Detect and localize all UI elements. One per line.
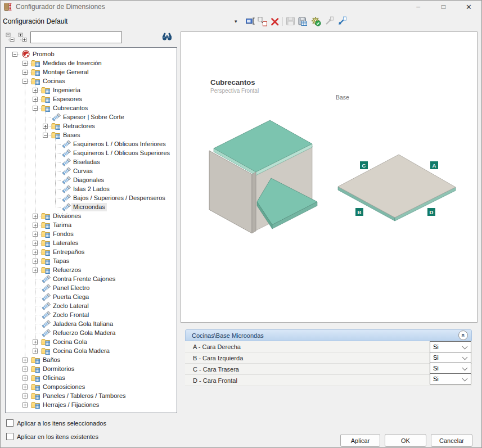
tree-item[interactable]: Entrepaños	[6, 247, 177, 256]
tree-item[interactable]: Tapas	[6, 256, 177, 265]
tree-item[interactable]: Puerta Ciega	[6, 292, 177, 301]
cara-izquierda-dropdown[interactable]: Si	[430, 352, 471, 363]
tree-item-label[interactable]: Dormitorios	[41, 365, 76, 373]
tree-item[interactable]: Fondos	[6, 229, 177, 238]
cara-derecha-dropdown[interactable]: Si	[430, 341, 471, 352]
tree-item-label[interactable]: Jaladera Gola Italiana	[51, 320, 115, 328]
collapse-panel-button[interactable]: «	[458, 331, 468, 340]
tree-item[interactable]: Islas 2 Lados	[6, 184, 177, 193]
expand-toggle-icon[interactable]	[33, 214, 38, 219]
tree-item-label[interactable]: Baños	[41, 356, 62, 364]
tree-item[interactable]: Retractores	[6, 121, 177, 130]
tree-item[interactable]: Biseladas	[6, 157, 177, 166]
minimize-button[interactable]: –	[406, 1, 431, 13]
expand-toggle-icon[interactable]	[33, 268, 38, 273]
tree-item[interactable]: Baños	[6, 355, 177, 364]
tree-item-label[interactable]: Bajos / Superiores / Despenseros	[71, 194, 167, 202]
tree-item-label[interactable]: Montaje General	[41, 68, 90, 76]
tree-item-label[interactable]: Islas 2 Lados	[71, 185, 111, 193]
expand-toggle-icon[interactable]	[33, 250, 38, 255]
tree-item[interactable]: Cocinas	[6, 76, 177, 85]
tree-item[interactable]: Zoclo Lateral	[6, 301, 177, 310]
collapse-toggle-icon[interactable]	[22, 79, 28, 84]
expand-toggle-icon[interactable]	[33, 241, 38, 246]
collapse-toggle-icon[interactable]	[43, 133, 48, 138]
tree-item[interactable]: Esquineros L / Oblicuos Inferiores	[6, 139, 177, 148]
tree-item-label[interactable]: Cocina Gola Madera	[51, 347, 111, 355]
apply-button[interactable]: Aplicar	[340, 434, 380, 447]
expand-toggle-icon[interactable]	[33, 97, 38, 102]
tree-item[interactable]: Jaladera Gola Italiana	[6, 319, 177, 328]
expand-toggle-icon[interactable]	[22, 358, 28, 363]
tree-item[interactable]: Refuerzo Gola Madera	[6, 328, 177, 337]
tree-item-label[interactable]: Refuerzo Gola Madera	[51, 329, 117, 337]
tree-item[interactable]: Cocina Gola	[6, 337, 177, 346]
import-arrow-icon[interactable]	[324, 16, 334, 26]
apply-existing-items-checkbox[interactable]	[6, 433, 13, 440]
tree-item[interactable]: Microondas	[6, 202, 177, 211]
tree-item-label[interactable]: Esquineros L / Oblicuos Inferiores	[71, 140, 168, 148]
tree-item-label[interactable]: Refuerzos	[51, 266, 83, 274]
check-configuration-icon[interactable]	[311, 16, 321, 26]
tree-item[interactable]: Contra Frente Cajones	[6, 274, 177, 283]
tree-item[interactable]: Bajos / Superiores / Despenseros	[6, 193, 177, 202]
tree-search-input[interactable]	[30, 31, 122, 43]
tree-item[interactable]: Cubrecantos	[6, 103, 177, 112]
tree-item-label[interactable]: Herrajes / Fijaciones	[41, 401, 101, 409]
tree-item[interactable]: Paneles / Tableros / Tambores	[6, 391, 177, 400]
tree-item-label[interactable]: Oficinas	[41, 374, 67, 382]
tree-item[interactable]: Tarima	[6, 220, 177, 229]
tree-item-label[interactable]: Medidas de Inserción	[41, 59, 103, 67]
tree-item-label[interactable]: Zoclo Frontal	[51, 311, 91, 319]
tree-item[interactable]: Espesores	[6, 94, 177, 103]
expand-toggle-icon[interactable]	[33, 88, 38, 93]
delete-configuration-icon[interactable]	[270, 16, 280, 26]
expand-toggle-icon[interactable]	[33, 349, 38, 354]
ok-button[interactable]: OK	[385, 434, 426, 447]
maximize-button[interactable]: □	[431, 1, 456, 13]
expand-toggle-icon[interactable]	[22, 384, 28, 390]
apply-selected-items-checkbox[interactable]	[6, 419, 13, 427]
export-arrow-icon[interactable]	[337, 16, 347, 26]
tree-item[interactable]: Divisiones	[6, 211, 177, 220]
tree-item[interactable]: Panel Electro	[6, 283, 177, 292]
tree-item-label[interactable]: Biseladas	[71, 158, 102, 166]
tree-item-label[interactable]: Panel Electro	[51, 284, 91, 292]
expand-toggle-icon[interactable]	[22, 393, 28, 399]
tree-item-label[interactable]: Cocinas	[41, 77, 67, 85]
tree-item[interactable]: Cocina Gola Madera	[6, 346, 177, 355]
rename-configuration-icon[interactable]	[246, 16, 256, 26]
tree-item[interactable]: Composiciones	[6, 382, 177, 391]
dimension-tree[interactable]: PromobMedidas de InserciónMontaje Genera…	[5, 47, 177, 413]
tree-item-label[interactable]: Fondos	[51, 230, 75, 238]
cancel-button[interactable]: Cancelar	[431, 434, 472, 447]
collapse-toggle-icon[interactable]	[12, 52, 17, 57]
expand-toggle-icon[interactable]	[33, 223, 38, 228]
tree-item-label[interactable]: Entrepaños	[51, 248, 86, 256]
cara-trasera-dropdown[interactable]: Si	[430, 363, 471, 374]
tree-item[interactable]: Montaje General	[6, 67, 177, 76]
tree-item[interactable]: Diagonales	[6, 175, 177, 184]
tree-item[interactable]: Curvas	[6, 166, 177, 175]
tree-item-label[interactable]: Espesor | Sobre Corte	[61, 113, 126, 121]
tree-item-label[interactable]: Esquineros L / Oblicuos Superiores	[71, 149, 172, 157]
tree-item-label[interactable]: Promob	[31, 50, 56, 58]
tree-item-label[interactable]: Microondas	[71, 203, 107, 211]
tree-item-label[interactable]: Cubrecantos	[51, 104, 89, 112]
tree-item-label[interactable]: Retractores	[61, 122, 97, 130]
tree-item-label[interactable]: Contra Frente Cajones	[51, 275, 117, 283]
expand-all-icon[interactable]	[18, 33, 28, 42]
collapse-all-icon[interactable]	[6, 33, 15, 42]
expand-toggle-icon[interactable]	[22, 402, 28, 408]
export-configuration-icon[interactable]	[298, 16, 308, 26]
tree-item-label[interactable]: Zoclo Lateral	[51, 302, 91, 310]
tree-item[interactable]: Espesor | Sobre Corte	[6, 112, 177, 121]
tree-item-label[interactable]: Ingeniería	[51, 86, 82, 94]
tree-item[interactable]: Herrajes / Fijaciones	[6, 400, 177, 409]
tree-item-label[interactable]: Cocina Gola	[51, 338, 89, 346]
tree-item-label[interactable]: Composiciones	[41, 383, 87, 391]
expand-toggle-icon[interactable]	[33, 340, 38, 345]
cara-frontal-dropdown[interactable]: Si	[430, 373, 471, 384]
tree-item[interactable]: Laterales	[6, 238, 177, 247]
tree-item[interactable]: Bases	[6, 130, 177, 139]
